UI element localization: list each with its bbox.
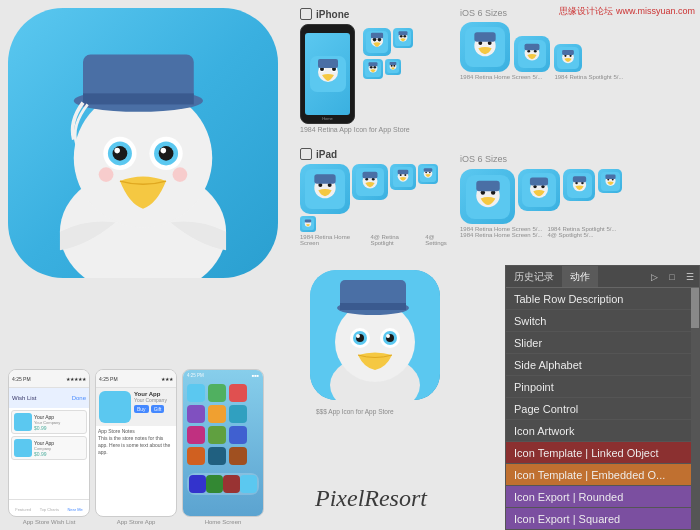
pixel-resort-text: PixelResort <box>315 485 427 511</box>
panel-item-pinpoint[interactable]: Pinpoint <box>506 376 699 398</box>
svg-rect-58 <box>562 50 574 55</box>
icon-small-1 <box>363 28 391 56</box>
ios6-ipad-icon-m <box>563 169 595 201</box>
ipad-icon-2 <box>352 164 388 200</box>
ipad-label-home: 1984 Retina Home Screen <box>300 234 364 246</box>
ios6-label-1: 1984 Retina Home Screen 5/... <box>460 74 542 80</box>
svg-rect-81 <box>305 220 311 223</box>
app-icon-medium <box>310 270 440 400</box>
ios6-ipad-icon-xl <box>460 169 515 224</box>
screenshot-1-label: App Store Wish List <box>23 519 76 525</box>
ipad-label-spotlight: 4@ Retina Spotlight <box>370 234 419 246</box>
panel-scrollbar[interactable] <box>691 288 699 530</box>
svg-rect-91 <box>530 178 548 186</box>
ios6-ipad-label: iOS 6 Sizes <box>460 154 507 164</box>
iphone-label: iPhone <box>316 9 349 20</box>
iphone-mockup-label: 1984 Retina App Icon for App Store <box>300 126 450 133</box>
panel-menu-btn[interactable]: ☰ <box>681 266 699 288</box>
panel-item-icon-export-rounded[interactable]: Icon Export | Rounded <box>506 486 699 508</box>
ios6-ipad-icon-s <box>598 169 622 193</box>
panel-item-side-alphabet[interactable]: Side Alphabet <box>506 354 699 376</box>
duck-illustration <box>23 38 263 278</box>
svg-point-14 <box>173 167 188 182</box>
ios6-section: iOS 6 Sizes <box>460 8 690 80</box>
svg-point-11 <box>114 148 120 154</box>
panel-tab-history[interactable]: 历史记录 <box>506 266 562 287</box>
ios6-label-2: 1984 Retina Spotlight 5/... <box>554 74 623 80</box>
panel-play-btn[interactable]: ▷ <box>645 266 663 288</box>
screenshot-3: 4:25 PM ■■■ <box>182 369 264 517</box>
screenshot-2: 4:25 PM★★★ Your App Your Company Buy Gif… <box>95 369 177 517</box>
svg-rect-78 <box>424 168 433 172</box>
panel-item-switch[interactable]: Switch <box>506 310 699 332</box>
screenshot-2-label: App Store App <box>117 519 156 525</box>
panel-scrollbar-thumb[interactable] <box>691 288 699 328</box>
panel-controls: ▷ □ ☰ <box>645 266 699 288</box>
ipad-icon-1 <box>300 164 350 214</box>
ios6-ipad-section: iOS 6 Sizes <box>460 148 690 238</box>
svg-rect-53 <box>525 44 540 51</box>
screenshots-row: 4:25 PM★★★★★ Wish ListDone Your App Your… <box>8 369 264 525</box>
panel-list: Table Row Description Switch Slider Side… <box>506 288 699 530</box>
icon-small-3 <box>363 59 383 79</box>
iphone-mockup: Home <box>300 24 355 124</box>
svg-rect-31 <box>399 31 408 35</box>
ipad-label: iPad <box>316 149 337 160</box>
panel-item-icon-artwork[interactable]: Icon Artwork <box>506 420 699 442</box>
ipad-icon-5 <box>300 216 316 232</box>
svg-rect-101 <box>605 174 615 178</box>
svg-rect-26 <box>371 33 383 39</box>
svg-point-12 <box>161 148 167 154</box>
icon-small-2 <box>393 28 413 48</box>
screenshot-1: 4:25 PM★★★★★ Wish ListDone Your App Your… <box>8 369 90 517</box>
ipad-label-settings: 4@ Settings <box>425 234 455 246</box>
svg-point-9 <box>113 146 128 161</box>
svg-point-115 <box>386 334 390 338</box>
svg-rect-107 <box>340 303 406 310</box>
ipad-icon-3 <box>390 164 416 190</box>
ipad-section: iPad <box>300 148 455 246</box>
ipad-icon <box>300 148 312 160</box>
iphone-icon <box>300 8 312 20</box>
ios6-ipad-labels2: 1984 Retina Home Screen 5/... 4@ Spotlig… <box>460 232 690 238</box>
iphone-section: iPhone Home <box>300 8 450 133</box>
icon-small-4 <box>385 59 401 75</box>
panel-item-icon-export-squared[interactable]: Icon Export | Squared <box>506 508 699 530</box>
panel-item-page-control[interactable]: Page Control <box>506 398 699 420</box>
panel-stop-btn[interactable]: □ <box>663 266 681 288</box>
history-action-panel: 历史记录 动作 ▷ □ ☰ Table Row Description Swit… <box>505 265 700 530</box>
svg-rect-73 <box>398 170 409 175</box>
ipad-icon-4 <box>418 164 438 184</box>
panel-item-icon-template-embedded[interactable]: Icon Template | Embedded O... <box>506 464 699 486</box>
panel-item-icon-template-linked[interactable]: Icon Template | Linked Object <box>506 442 699 464</box>
ios6-label-top: iOS 6 Sizes <box>460 8 507 18</box>
ios6-ipad-icon-l <box>518 169 560 211</box>
svg-rect-41 <box>390 62 397 65</box>
svg-rect-21 <box>318 59 338 68</box>
svg-point-114 <box>356 334 360 338</box>
panel-tab-action[interactable]: 动作 <box>562 266 598 287</box>
svg-rect-48 <box>474 32 495 41</box>
app-icon-large <box>8 8 278 278</box>
svg-rect-86 <box>476 180 499 190</box>
svg-rect-68 <box>363 172 378 179</box>
ios6-icon-small <box>554 44 582 72</box>
ios6-icon-med <box>514 36 550 72</box>
screenshot-3-label: Home Screen <box>205 519 242 525</box>
svg-point-13 <box>99 167 114 182</box>
svg-rect-36 <box>369 62 378 66</box>
svg-rect-4 <box>83 93 194 104</box>
panel-header: 历史记录 动作 ▷ □ ☰ <box>506 266 699 288</box>
svg-rect-96 <box>572 176 585 182</box>
ios6-icon-large <box>460 22 510 72</box>
panel-item-table-row[interactable]: Table Row Description <box>506 288 699 310</box>
svg-point-10 <box>159 146 174 161</box>
pixel-resort-container: PixelResort <box>315 485 445 512</box>
watermark: 思缘设计论坛 www.missyuan.com <box>559 5 695 18</box>
panel-item-slider[interactable]: Slider <box>506 332 699 354</box>
svg-rect-63 <box>314 174 335 183</box>
price-tag-1: $$$ App Icon for App Store <box>316 408 394 415</box>
